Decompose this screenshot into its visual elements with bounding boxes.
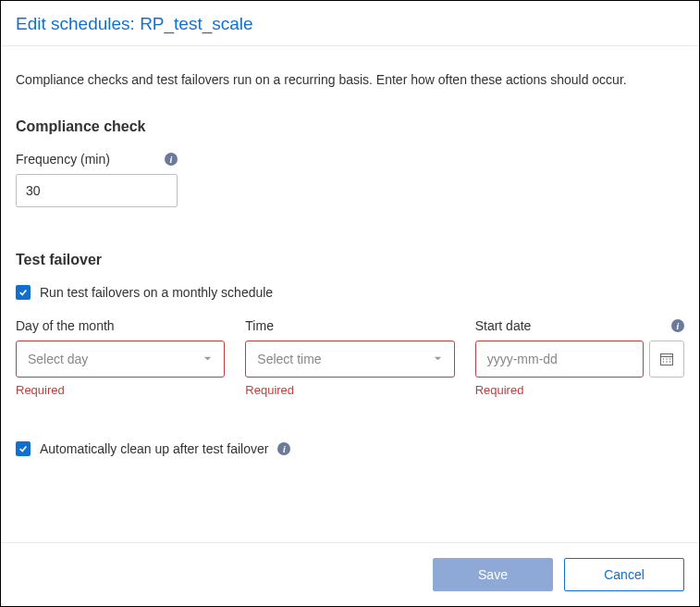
time-error: Required	[245, 383, 454, 397]
svg-point-5	[663, 361, 664, 362]
info-icon[interactable]: i	[277, 442, 290, 455]
svg-point-6	[666, 361, 667, 362]
chevron-down-icon	[203, 352, 213, 366]
calendar-icon	[659, 352, 674, 366]
calendar-button[interactable]	[649, 341, 684, 378]
time-select[interactable]: Select time	[245, 341, 454, 378]
info-icon[interactable]: i	[165, 153, 178, 166]
startdate-placeholder: yyyy-mm-dd	[487, 352, 558, 366]
svg-point-7	[669, 361, 670, 362]
page-title: Edit schedules: RP_test_scale	[16, 14, 253, 33]
save-button[interactable]: Save	[433, 558, 553, 591]
day-select[interactable]: Select day	[16, 341, 225, 378]
startdate-input[interactable]: yyyy-mm-dd	[475, 341, 644, 378]
day-select-placeholder: Select day	[28, 352, 88, 366]
frequency-input[interactable]	[16, 174, 178, 207]
failover-section-title: Test failover	[16, 252, 684, 268]
run-monthly-checkbox[interactable]	[16, 285, 31, 300]
svg-point-2	[663, 358, 664, 359]
day-error: Required	[16, 383, 225, 397]
compliance-section-title: Compliance check	[16, 118, 684, 135]
time-select-placeholder: Select time	[257, 352, 321, 366]
intro-text: Compliance checks and test failovers run…	[16, 72, 684, 87]
run-monthly-label: Run test failovers on a monthly schedule	[40, 285, 273, 300]
time-label: Time	[245, 318, 274, 333]
info-icon[interactable]: i	[671, 319, 684, 332]
startdate-error: Required	[475, 383, 684, 397]
cancel-button[interactable]: Cancel	[564, 558, 684, 591]
svg-point-3	[666, 358, 667, 359]
cleanup-label: Automatically clean up after test failov…	[40, 441, 268, 456]
frequency-label: Frequency (min)	[16, 152, 110, 167]
startdate-label: Start date	[475, 318, 532, 333]
chevron-down-icon	[433, 352, 443, 366]
day-label: Day of the month	[16, 318, 115, 333]
svg-point-4	[669, 358, 670, 359]
cleanup-checkbox[interactable]	[16, 441, 31, 456]
